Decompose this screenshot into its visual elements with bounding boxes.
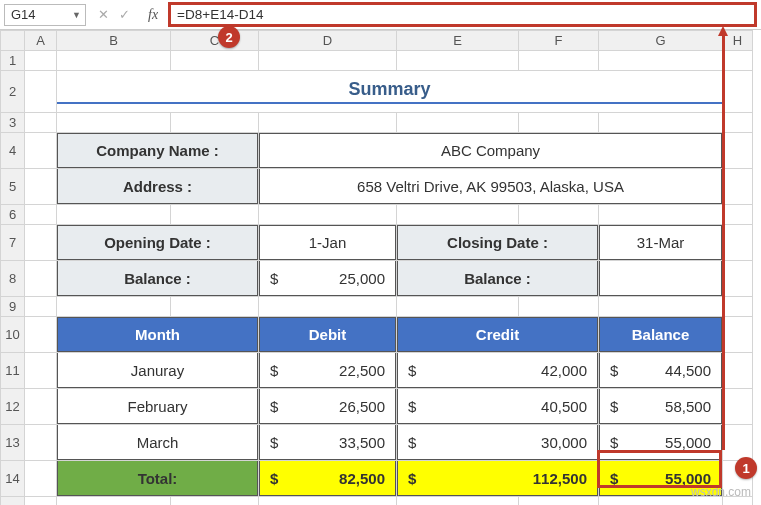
select-all[interactable] [1, 31, 25, 51]
close-date-label: Closing Date : [397, 225, 598, 260]
fx-icon[interactable]: fx [142, 7, 164, 23]
row-14[interactable]: 14 [1, 461, 25, 497]
spreadsheet: A B C D E F G H 1 2 Summary 3 4 Company … [0, 30, 761, 505]
row-9[interactable]: 9 [1, 297, 25, 317]
row-1[interactable]: 1 [1, 51, 25, 71]
close-date-value: 31-Mar [599, 225, 722, 260]
company-label: Company Name : [57, 133, 258, 168]
open-date-label: Opening Date : [57, 225, 258, 260]
grid[interactable]: A B C D E F G H 1 2 Summary 3 4 Company … [0, 30, 753, 505]
total-credit: $112,500 [397, 461, 598, 496]
th-month: Month [57, 317, 258, 352]
watermark: wsxdn.com [691, 485, 751, 499]
row-6[interactable]: 6 [1, 205, 25, 225]
formula-bar: G14 ▼ ✕ ✓ fx =D8+E14-D14 [0, 0, 761, 30]
r3-balance: $55,000 [599, 425, 722, 460]
r3-debit: $33,500 [259, 425, 396, 460]
r1-credit: $42,000 [397, 353, 598, 388]
address-value: 658 Veltri Drive, AK 99503, Alaska, USA [259, 169, 722, 204]
r1-balance: $44,500 [599, 353, 722, 388]
r1-debit: $22,500 [259, 353, 396, 388]
col-F[interactable]: F [519, 31, 599, 51]
arrow-head-icon [718, 26, 728, 36]
r2-debit: $26,500 [259, 389, 396, 424]
formula-buttons: ✕ ✓ [90, 7, 138, 22]
balance-label: Balance : [57, 261, 258, 296]
col-A[interactable]: A [25, 31, 57, 51]
summary-title: Summary [57, 71, 722, 112]
row-10[interactable]: 10 [1, 317, 25, 353]
th-debit: Debit [259, 317, 396, 352]
row-4[interactable]: 4 [1, 133, 25, 169]
col-G[interactable]: G [599, 31, 723, 51]
callout-2: 2 [218, 26, 240, 48]
r1-month: Januray [57, 353, 258, 388]
total-debit: $82,500 [259, 461, 396, 496]
arrow-line [722, 32, 725, 450]
r2-balance: $58,500 [599, 389, 722, 424]
cancel-icon[interactable]: ✕ [94, 7, 113, 22]
col-D[interactable]: D [259, 31, 397, 51]
r2-month: February [57, 389, 258, 424]
opening-balance: $25,000 [259, 261, 396, 296]
chevron-down-icon[interactable]: ▼ [72, 10, 81, 20]
col-headers: A B C D E F G H [1, 31, 753, 51]
name-box[interactable]: G14 ▼ [4, 4, 86, 26]
r3-credit: $30,000 [397, 425, 598, 460]
row-13[interactable]: 13 [1, 425, 25, 461]
title-underline [57, 102, 722, 104]
row-3[interactable]: 3 [1, 113, 25, 133]
formula-text: =D8+E14-D14 [177, 7, 263, 22]
row-2[interactable]: 2 [1, 71, 25, 113]
confirm-icon[interactable]: ✓ [115, 7, 134, 22]
col-B[interactable]: B [57, 31, 171, 51]
col-C[interactable]: C [171, 31, 259, 51]
row-12[interactable]: 12 [1, 389, 25, 425]
closing-balance [599, 261, 722, 296]
total-label: Total: [57, 461, 258, 496]
formula-input[interactable]: =D8+E14-D14 [168, 2, 757, 27]
r3-month: March [57, 425, 258, 460]
company-value: ABC Company [259, 133, 722, 168]
th-balance: Balance [599, 317, 722, 352]
row-15[interactable]: 15 [1, 497, 25, 506]
col-E[interactable]: E [397, 31, 519, 51]
balance2-label: Balance : [397, 261, 598, 296]
th-credit: Credit [397, 317, 598, 352]
row-11[interactable]: 11 [1, 353, 25, 389]
callout-1: 1 [735, 457, 757, 479]
name-box-value: G14 [11, 7, 36, 22]
r2-credit: $40,500 [397, 389, 598, 424]
address-label: Address : [57, 169, 258, 204]
row-5[interactable]: 5 [1, 169, 25, 205]
row-7[interactable]: 7 [1, 225, 25, 261]
row-8[interactable]: 8 [1, 261, 25, 297]
open-date-value: 1-Jan [259, 225, 396, 260]
